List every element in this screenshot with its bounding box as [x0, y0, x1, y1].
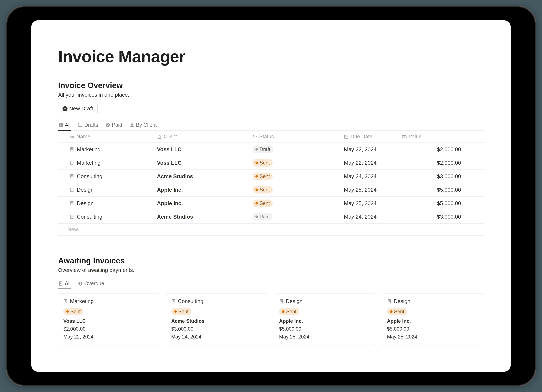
card-title: Marketing — [63, 298, 155, 304]
svg-rect-3 — [61, 125, 63, 127]
svg-line-15 — [253, 138, 254, 138]
page-icon — [59, 281, 63, 286]
plus-icon: + — [62, 227, 65, 232]
cell-due-date: May 22, 2024 — [332, 146, 390, 153]
page-icon — [70, 187, 74, 192]
status-badge: Sent — [171, 308, 191, 315]
screen: Invoice Manager Invoice Overview All you… — [31, 20, 511, 372]
cell-client: Acme Studios — [145, 214, 241, 220]
table-row[interactable]: DesignApple Inc.SentMay 25, 2024$5,000.0… — [58, 197, 484, 210]
new-draft-label: New Draft — [69, 105, 93, 112]
page-icon — [171, 299, 176, 304]
cell-due-date: May 24, 2024 — [332, 173, 390, 180]
status-badge: Sent — [387, 308, 407, 315]
status-dot-icon — [66, 310, 69, 313]
cell-value: $5,000.00 — [390, 187, 484, 193]
status-dot-icon — [282, 310, 284, 313]
col-name: Aa Name — [58, 133, 145, 140]
page-icon — [70, 214, 74, 219]
cell-client: Apple Inc. — [145, 200, 241, 207]
grid-icon — [59, 123, 63, 127]
cell-name: Marketing — [58, 146, 145, 153]
overview-subtitle: All your invoices in one place. — [58, 92, 484, 98]
text-icon: Aa — [70, 134, 74, 139]
invoice-table: Aa Name Client Status Due Date Val — [58, 131, 484, 236]
svg-rect-5 — [79, 126, 82, 127]
card-title: Design — [279, 298, 371, 304]
building-icon — [157, 134, 162, 139]
cell-value: $3,000.00 — [390, 214, 484, 220]
card-client: Voss LLC — [63, 318, 155, 324]
new-draft-button[interactable]: + New Draft — [58, 103, 98, 114]
svg-line-14 — [256, 138, 256, 138]
cell-due-date: May 24, 2024 — [332, 214, 390, 220]
page-icon — [63, 299, 68, 304]
tab-label: Paid — [112, 122, 122, 128]
tab-awaiting-all[interactable]: All — [58, 278, 71, 289]
col-due-date: Due Date — [332, 133, 390, 140]
alert-circle-icon — [78, 281, 83, 286]
cell-client: Apple Inc. — [145, 187, 241, 193]
card-value: $5,000.00 — [387, 326, 479, 332]
tab-by-client[interactable]: By Client — [129, 120, 157, 131]
table-row[interactable]: MarketingVoss LLCDraftMay 22, 2024$2,000… — [58, 143, 484, 156]
cell-status: Paid — [241, 213, 332, 221]
svg-text:Aa: Aa — [70, 135, 74, 138]
card-title: Design — [387, 298, 479, 304]
status-dot-icon — [174, 310, 177, 313]
cell-value: $2,000.00 — [390, 146, 484, 153]
status-badge: Paid — [253, 213, 272, 221]
status-dot-icon — [255, 175, 258, 178]
cell-name: Consulting — [58, 173, 145, 180]
card-value: $3,000.00 — [171, 326, 263, 332]
new-row-button[interactable]: + New — [58, 224, 484, 236]
card-client: Apple Inc. — [387, 318, 479, 324]
tab-paid[interactable]: Paid — [105, 120, 123, 131]
status-dot-icon — [255, 162, 258, 164]
cell-name: Design — [58, 187, 145, 193]
awaiting-card[interactable]: DesignSentApple Inc.$5,000.00May 25, 202… — [274, 293, 376, 345]
tab-drafts[interactable]: Drafts — [78, 120, 99, 131]
cell-value: $3,000.00 — [390, 173, 484, 180]
currency-icon — [402, 134, 406, 139]
page-icon — [70, 160, 74, 165]
cell-value: $5,000.00 — [390, 200, 484, 207]
table-row[interactable]: ConsultingAcme StudiosPaidMay 24, 2024$3… — [58, 210, 484, 224]
col-status: Status — [241, 133, 332, 140]
awaiting-title: Awaiting Invoices — [58, 256, 484, 265]
awaiting-card[interactable]: DesignSentApple Inc.$5,000.00May 25, 202… — [382, 293, 484, 345]
table-row[interactable]: ConsultingAcme StudiosSentMay 24, 2024$3… — [58, 170, 484, 183]
cell-client: Voss LLC — [145, 146, 241, 153]
table-header-row: Aa Name Client Status Due Date Val — [58, 131, 484, 143]
cell-status: Sent — [241, 159, 332, 167]
status-dot-icon — [255, 202, 258, 205]
col-client: Client — [145, 133, 241, 140]
table-row[interactable]: DesignApple Inc.SentMay 25, 2024$5,000.0… — [58, 183, 484, 197]
status-dot-icon — [255, 216, 258, 218]
cell-status: Sent — [241, 173, 332, 180]
awaiting-tabs: All Overdue — [58, 278, 484, 289]
table-row[interactable]: MarketingVoss LLCSentMay 22, 2024$2,000.… — [58, 156, 484, 170]
awaiting-card[interactable]: MarketingSentVoss LLC$2,000.00May 22, 20… — [58, 293, 160, 345]
page-icon — [279, 299, 284, 304]
calendar-icon — [344, 134, 348, 139]
status-icon — [253, 134, 257, 139]
tab-label: All — [65, 122, 70, 128]
cell-due-date: May 22, 2024 — [332, 160, 390, 166]
svg-rect-0 — [59, 123, 60, 125]
tab-label: Drafts — [84, 122, 98, 128]
awaiting-subtitle: Overview of awaiting payments. — [58, 267, 484, 273]
status-dot-icon — [255, 148, 258, 151]
card-client: Apple Inc. — [279, 318, 371, 324]
tab-all[interactable]: All — [58, 120, 71, 131]
cell-client: Voss LLC — [145, 160, 241, 166]
awaiting-card[interactable]: ConsultingSentAcme Studios$3,000.00May 2… — [166, 293, 268, 345]
svg-rect-21 — [402, 135, 406, 138]
status-badge: Sent — [253, 200, 273, 207]
plus-circle-icon: + — [63, 106, 67, 111]
tab-awaiting-overdue[interactable]: Overdue — [78, 278, 105, 289]
cell-name: Marketing — [58, 160, 145, 166]
cell-client: Acme Studios — [145, 173, 241, 180]
person-icon — [130, 123, 134, 127]
svg-rect-17 — [345, 135, 348, 138]
